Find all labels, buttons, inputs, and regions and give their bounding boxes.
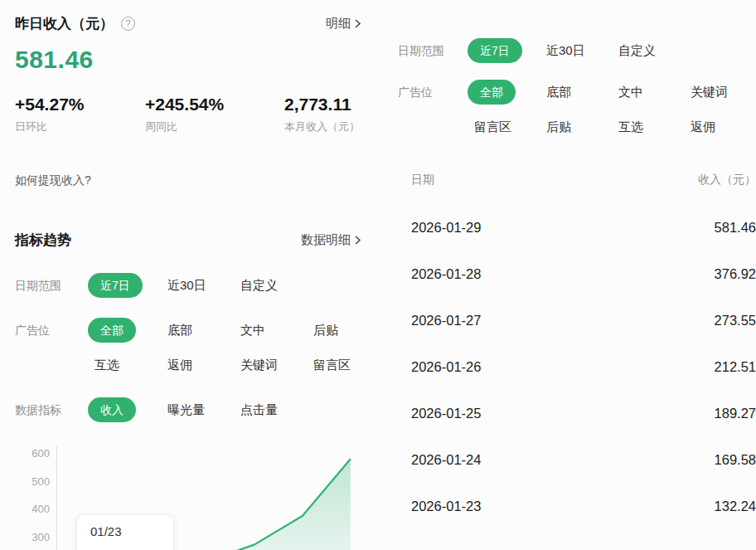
help-icon[interactable]: ?	[121, 17, 135, 31]
table-row: 2026-01-29581.46	[411, 204, 756, 251]
yesterday-amount: 581.46	[15, 45, 380, 75]
filter-label: 日期范围	[398, 38, 468, 63]
filter-label: 数据指标	[15, 397, 88, 422]
table-body: 2026-01-29581.462026-01-28376.922026-01-…	[411, 204, 756, 529]
table-cell-date: 2026-01-26	[411, 359, 481, 375]
table-row: 2026-01-26212.51	[411, 343, 756, 390]
filter-option-selected[interactable]: 收入	[88, 397, 136, 422]
filter-option[interactable]: 关键词	[234, 353, 307, 377]
filter-option[interactable]: 返佣	[684, 114, 756, 139]
stat-value: +54.27%	[15, 95, 145, 114]
filter-option-selected[interactable]: 全部	[468, 80, 516, 105]
filter-option[interactable]: 自定义	[612, 38, 684, 63]
table-cell-date: 2026-01-23	[411, 499, 481, 514]
y-tick-label: 600	[13, 447, 50, 460]
table-cell-income: 581.46	[715, 220, 756, 236]
table-cell-date: 2026-01-25	[411, 406, 481, 421]
filter-option[interactable]: 近30日	[161, 273, 234, 298]
filter-row: 日期范围近7日近30日自定义	[398, 38, 756, 63]
y-tick-label: 300	[13, 531, 50, 544]
trend-title: 指标趋势	[15, 231, 71, 250]
table-cell-income: 189.27	[715, 406, 756, 421]
tooltip-value-row: 132.24	[90, 547, 160, 550]
table-cell-income: 169.58	[715, 452, 756, 468]
filter-option[interactable]: 文中	[234, 318, 307, 343]
table-cell-date: 2026-01-28	[411, 266, 481, 282]
filter-option-selected[interactable]: 全部	[88, 318, 136, 343]
table-row: 2026-01-28376.92	[411, 251, 756, 297]
income-table: 日期 收入（元） 2026-01-29581.462026-01-28376.9…	[398, 173, 756, 529]
withdraw-help-link[interactable]: 如何提现收入?	[15, 172, 91, 188]
data-detail-link-label: 数据明细	[301, 232, 351, 248]
filter-option-selected[interactable]: 近7日	[88, 273, 143, 298]
stat-value: 2,773.11	[284, 95, 360, 114]
filter-options: 收入曝光量点击量	[88, 397, 380, 422]
stats-row: +54.27%日环比+245.54%周同比2,773.11本月收入（元）	[15, 95, 380, 134]
stat: 2,773.11本月收入（元）	[284, 95, 360, 134]
table-cell-income: 132.24	[715, 499, 756, 514]
filter-option[interactable]: 互选	[88, 353, 161, 377]
filter-option[interactable]: 后贴	[540, 114, 612, 139]
table-cell-date: 2026-01-24	[411, 452, 481, 468]
stat-label: 周同比	[145, 120, 284, 134]
filter-label: 日期范围	[15, 273, 88, 298]
filter-option[interactable]: 返佣	[161, 353, 234, 377]
table-row: 2026-01-25189.27	[411, 390, 756, 436]
income-trend-chart: 300400500600 01/23 132.24	[0, 441, 383, 550]
filter-option[interactable]: 自定义	[234, 273, 307, 298]
yesterday-income-title: 昨日收入（元）	[15, 14, 114, 33]
yesterday-income-panel: 昨日收入（元） ? 明细 581.46 +54.27%日环比+245.54%周同…	[0, 0, 380, 550]
filter-option[interactable]: 底部	[540, 80, 612, 105]
data-detail-link[interactable]: 数据明细	[301, 232, 361, 248]
chart-y-axis	[56, 445, 57, 550]
table-cell-income: 212.51	[715, 359, 756, 375]
chevron-right-icon	[354, 18, 361, 29]
ad-revenue-dashboard: 昨日收入（元） ? 明细 581.46 +54.27%日环比+245.54%周同…	[0, 0, 756, 550]
filter-option[interactable]: 曝光量	[161, 397, 234, 422]
column-header-income: 收入（元）	[698, 173, 756, 189]
table-row: 2026-01-23132.24	[411, 483, 756, 529]
stat: +245.54%周同比	[145, 95, 284, 134]
y-tick-label: 500	[13, 475, 50, 489]
table-row: 2026-01-27273.55	[411, 297, 756, 343]
filter-options: 近7日近30日自定义	[88, 273, 380, 298]
chart-tooltip: 01/23 132.24	[76, 514, 174, 550]
filter-option[interactable]: 关键词	[684, 80, 756, 105]
detail-link-label: 明细	[326, 16, 351, 32]
filter-option[interactable]: 近30日	[540, 38, 612, 63]
stat: +54.27%日环比	[15, 95, 145, 134]
filter-option[interactable]: 点击量	[234, 397, 307, 422]
trend-header: 指标趋势 数据明细	[15, 230, 380, 250]
filter-option[interactable]: 后贴	[307, 318, 380, 343]
filter-options: 全部底部文中关键词留言区后贴互选返佣	[468, 80, 756, 139]
table-row: 2026-01-24169.58	[411, 436, 756, 483]
filter-option-selected[interactable]: 近7日	[468, 38, 522, 63]
y-tick-label: 400	[13, 503, 50, 516]
filter-option[interactable]: 留言区	[307, 353, 380, 377]
filter-options: 近7日近30日自定义	[468, 38, 756, 63]
filter-label: 广告位	[398, 80, 468, 139]
filter-options: 全部底部文中后贴互选返佣关键词留言区	[88, 318, 380, 377]
filter-option[interactable]: 留言区	[468, 114, 540, 139]
table-cell-date: 2026-01-29	[411, 220, 481, 236]
yesterday-income-header: 昨日收入（元） ? 明细	[15, 13, 380, 33]
trend-filters: 日期范围近7日近30日自定义广告位全部底部文中后贴互选返佣关键词留言区数据指标收…	[15, 273, 380, 422]
detail-filters: 日期范围近7日近30日自定义广告位全部底部文中关键词留言区后贴互选返佣	[398, 38, 756, 139]
filter-option[interactable]: 底部	[161, 318, 234, 343]
filter-option[interactable]: 互选	[612, 114, 684, 139]
column-header-date: 日期	[411, 173, 434, 189]
table-header: 日期 收入（元）	[411, 173, 756, 189]
stat-label: 本月收入（元）	[284, 120, 360, 134]
filter-option[interactable]: 文中	[612, 80, 684, 105]
tooltip-date: 01/23	[90, 523, 160, 540]
filter-row: 广告位全部底部文中后贴互选返佣关键词留言区	[15, 318, 380, 377]
filter-row: 数据指标收入曝光量点击量	[15, 397, 380, 422]
stat-label: 日环比	[15, 120, 145, 134]
income-detail-panel: 日期范围近7日近30日自定义广告位全部底部文中关键词留言区后贴互选返佣 日期 收…	[380, 0, 756, 550]
filter-label: 广告位	[15, 318, 88, 377]
detail-link[interactable]: 明细	[326, 16, 361, 32]
filter-row: 日期范围近7日近30日自定义	[15, 273, 380, 298]
stat-value: +245.54%	[145, 95, 284, 114]
chevron-right-icon	[354, 235, 361, 246]
table-cell-date: 2026-01-27	[411, 313, 481, 329]
